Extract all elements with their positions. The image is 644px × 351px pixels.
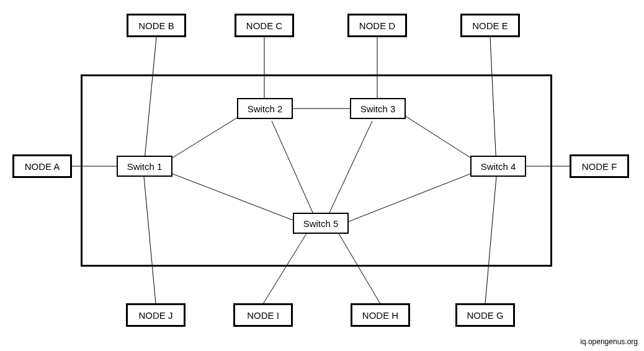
node-label: NODE A	[25, 161, 60, 172]
switch-label: Switch 1	[127, 161, 163, 172]
node-label: NODE D	[359, 20, 395, 31]
node-label: NODE J	[138, 310, 172, 321]
node-label: NODE E	[472, 20, 508, 31]
switch-2: Switch 2	[237, 98, 293, 119]
node-f: NODE F	[570, 154, 629, 178]
svg-line-6	[485, 177, 496, 304]
node-label: NODE F	[582, 161, 617, 172]
svg-line-15	[329, 121, 372, 214]
node-c: NODE C	[235, 14, 294, 37]
node-d: NODE D	[347, 14, 407, 37]
node-label: NODE I	[247, 310, 279, 321]
svg-line-8	[263, 233, 307, 304]
svg-line-1	[144, 37, 156, 166]
svg-line-7	[338, 233, 380, 304]
svg-line-16	[347, 172, 474, 222]
switch-label: Switch 3	[360, 104, 396, 114]
switch-label: Switch 2	[248, 104, 283, 114]
node-label: NODE G	[467, 310, 503, 321]
node-i: NODE I	[233, 303, 293, 327]
node-j: NODE J	[126, 303, 186, 327]
node-g: NODE G	[455, 303, 515, 327]
switch-label: Switch 4	[481, 161, 516, 172]
node-a: NODE A	[12, 154, 72, 178]
node-label: NODE C	[246, 20, 282, 31]
node-b: NODE B	[127, 14, 186, 37]
switch-3: Switch 3	[350, 98, 406, 119]
svg-line-4	[490, 37, 496, 166]
svg-line-9	[144, 177, 156, 304]
switch-1: Switch 1	[117, 156, 172, 177]
switch-label: Switch 5	[303, 218, 339, 229]
switch-5: Switch 5	[293, 213, 349, 234]
svg-line-11	[169, 172, 298, 222]
svg-line-13	[272, 121, 313, 214]
node-h: NODE H	[351, 303, 410, 327]
svg-line-10	[169, 115, 242, 160]
diagram-edges	[0, 0, 644, 351]
node-label: NODE H	[362, 310, 398, 321]
switch-4: Switch 4	[470, 156, 526, 177]
svg-line-14	[403, 115, 474, 160]
node-label: NODE B	[138, 20, 174, 31]
node-e: NODE E	[460, 14, 520, 37]
